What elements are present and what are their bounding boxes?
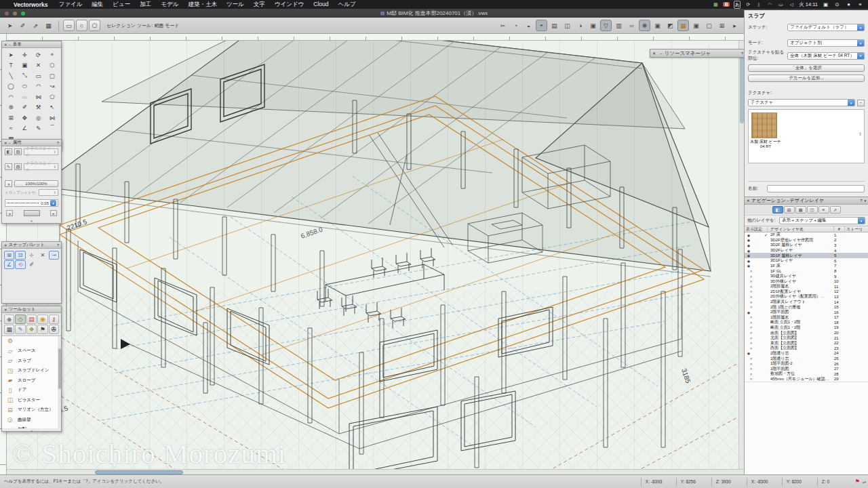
texture-thumbnail[interactable] xyxy=(751,113,777,138)
layer-name[interactable]: 1F 床 xyxy=(768,263,834,269)
basic-tool-button[interactable]: ⋈ xyxy=(32,92,45,102)
line-weight-dropdown[interactable]: ▾ xyxy=(50,200,56,206)
visibility-icon[interactable]: ◉ xyxy=(745,233,753,237)
selection-mode-button[interactable]: ⬠ xyxy=(89,20,100,31)
help-icon[interactable]: ? xyxy=(860,199,862,203)
toolset-tool-item[interactable]: ▯ ドア xyxy=(2,386,61,396)
toolset-tool-item[interactable]: ▱ スラブ xyxy=(2,356,61,366)
basic-tool-button[interactable]: ⌖ xyxy=(45,49,59,60)
view-mode-icon[interactable]: ✂ xyxy=(497,20,509,31)
view-mode-icon[interactable]: ▤ xyxy=(549,20,560,31)
drop-shadow-select[interactable]: ⇕ xyxy=(39,189,58,196)
visibility-icon[interactable]: ✕ xyxy=(745,305,753,309)
menu-item[interactable]: ファイル xyxy=(54,1,87,9)
view-mode-icon[interactable]: ▣ xyxy=(690,20,702,31)
basic-tool-button[interactable]: ✐ xyxy=(18,102,31,113)
toolset-tool-item[interactable]: ▰ スロープ xyxy=(2,375,61,386)
bluetooth-icon[interactable]: ᛒ xyxy=(755,2,762,7)
status-app-icon[interactable]: B xyxy=(723,2,730,7)
next-arrow-button[interactable]: ▸ xyxy=(50,210,57,216)
prev-arrow-button[interactable]: ◂ xyxy=(6,210,13,216)
fill-bucket-icon[interactable]: ◧ xyxy=(5,148,12,155)
control-center-icon[interactable]: ≡ xyxy=(856,1,864,7)
app-menu[interactable]: Vectorworks xyxy=(14,1,48,8)
toolset-tool-item[interactable]: ◳ スラブドレイン xyxy=(2,366,61,376)
toolset-category-button[interactable]: ⚑ xyxy=(37,325,47,334)
basic-tool-button[interactable]: ✎ xyxy=(32,123,45,134)
visibility-icon[interactable]: ✕ xyxy=(745,346,753,350)
toolset-tool-item[interactable]: ▱ スペース xyxy=(2,346,61,357)
visibility-icon[interactable]: ◉ xyxy=(745,264,753,268)
help-icon[interactable]: ? xyxy=(741,52,743,56)
basic-tool-button[interactable]: ↝ xyxy=(45,81,59,92)
toolset-category-button[interactable]: ▦ xyxy=(4,325,14,334)
basic-tool-button[interactable]: ⬭ xyxy=(18,81,31,92)
select-whole-button[interactable]: 「全体」を選択 xyxy=(748,64,865,72)
snap-toggle-button[interactable]: ✕ xyxy=(37,251,47,260)
basic-tool-button[interactable]: ⌒ xyxy=(45,123,59,134)
snap-toggle-button[interactable]: ✐ xyxy=(26,260,37,269)
basic-tool-button[interactable]: ⚒ xyxy=(32,102,45,113)
visibility-icon[interactable]: ✕ xyxy=(745,362,753,366)
menu-item[interactable]: ウインドウ xyxy=(270,1,309,9)
close-icon[interactable]: ✕ xyxy=(4,43,7,47)
visibility-icon[interactable]: ✕ xyxy=(745,325,753,329)
basic-tool-button[interactable]: ✛ xyxy=(18,49,31,60)
menu-item[interactable]: 加工 xyxy=(135,1,156,9)
basic-tool-button[interactable]: ⌓ xyxy=(18,92,31,102)
close-icon[interactable]: ✕ xyxy=(4,308,7,312)
visibility-icon[interactable]: ◉ xyxy=(745,253,753,258)
view-mode-icon[interactable]: ◓ xyxy=(536,20,547,31)
view-mode-icon[interactable]: ◑ xyxy=(574,20,586,31)
selection-mode-button[interactable]: ○ xyxy=(76,20,87,31)
view-mode-icon[interactable]: ▣ xyxy=(587,20,599,31)
layer-row[interactable]: ✕ 455mm（尺モジュール）確認… 29 xyxy=(745,377,868,382)
view-mode-icon[interactable]: ▥ xyxy=(613,20,625,31)
remove-texture-button[interactable]: − xyxy=(857,100,865,106)
visibility-icon[interactable]: ◉ xyxy=(745,243,753,247)
basic-tool-button[interactable]: ✥ xyxy=(18,113,31,123)
navigation-tab[interactable]: ≡ xyxy=(818,206,829,214)
basic-tool-button[interactable]: ◠ xyxy=(4,92,18,102)
snap-toggle-button[interactable]: ⊞ xyxy=(4,251,14,260)
close-icon[interactable]: ✕ xyxy=(4,141,7,145)
visibility-icon[interactable]: ✕ xyxy=(745,367,753,371)
status-app-icon[interactable]: ▦ xyxy=(712,2,719,7)
zoom-window-button[interactable] xyxy=(21,12,25,16)
layer-name[interactable]: 1F GL xyxy=(768,269,834,273)
spotlight-icon[interactable]: ⊙ xyxy=(833,1,841,7)
help-icon[interactable]: ? xyxy=(57,141,59,145)
basic-tool-button[interactable]: ⬡ xyxy=(45,60,59,71)
visibility-icon[interactable]: ◉ xyxy=(745,351,753,355)
menu-clock[interactable]: 火 14:11 xyxy=(799,1,818,8)
layer-row[interactable]: ◉ 1F 床 7 xyxy=(745,264,868,269)
chevron-down-icon[interactable]: ▾ xyxy=(864,199,866,203)
pen-icon[interactable]: ✎ xyxy=(5,163,12,170)
fill-swatch[interactable]: ▨ xyxy=(14,148,22,155)
basic-tool-button[interactable]: ⬠ xyxy=(45,92,59,102)
basic-tool-button[interactable]: ⊛ xyxy=(4,102,18,113)
texture-part-select[interactable]: 全体（木製 床材 ビーチ 04 RT）▾ xyxy=(787,52,865,60)
texture-select[interactable]: テクスチャ▾ xyxy=(748,99,855,106)
view-mode-icon[interactable]: ◫ xyxy=(561,20,573,31)
basic-tool-button[interactable]: ▢ xyxy=(45,70,59,81)
close-window-button[interactable] xyxy=(5,12,9,16)
fill-style-select[interactable]: クラススタイル⇕ xyxy=(24,148,58,155)
drawing-canvas[interactable]: ◈ xyxy=(7,41,744,474)
view-mode-icon[interactable]: ▢ xyxy=(703,20,715,31)
toolset-tool-item[interactable]: ⚙ xyxy=(2,336,61,346)
basic-tool-button[interactable]: ✕ xyxy=(32,60,45,71)
other-layers-select[interactable]: 表示＋スナップ＋編集▾ xyxy=(779,217,865,224)
visibility-icon[interactable]: ◉ xyxy=(745,259,753,263)
view-mode-icon[interactable]: ◔ xyxy=(510,20,521,31)
menu-item[interactable]: ヘルプ xyxy=(334,1,361,9)
view-mode-icon[interactable]: ◩ xyxy=(665,20,676,31)
minimize-icon[interactable]: − xyxy=(9,141,11,145)
name-input[interactable] xyxy=(767,185,865,192)
navigation-tab[interactable]: ◧ xyxy=(772,206,783,214)
snap-toggle-button[interactable]: ⟲ xyxy=(15,260,25,269)
texture-browser[interactable]: 木製 床材 ビーチ04 RT ⇕ xyxy=(748,109,865,163)
visibility-icon[interactable]: ✕ xyxy=(745,341,753,345)
stepper-icon[interactable]: ⇕ xyxy=(859,131,862,136)
view-mode-icon[interactable]: ▸ xyxy=(729,20,741,31)
